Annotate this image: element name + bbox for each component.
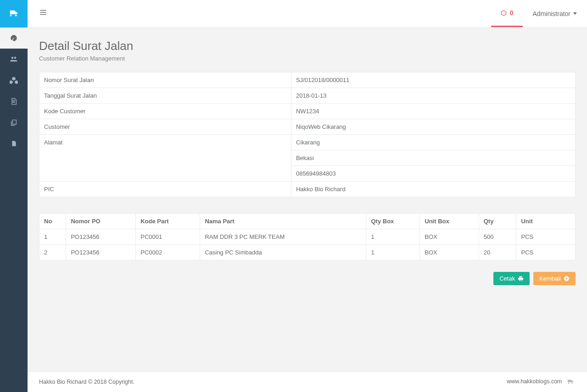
- detail-label: Alamat: [39, 135, 291, 182]
- cell-nama_part: RAM DDR 3 PC MERK TEAM: [200, 229, 366, 245]
- detail-value: 2018-01-13: [291, 88, 575, 104]
- cell-kode_part: PC0002: [136, 245, 200, 260]
- col-kode-part: Kode Part: [136, 214, 200, 229]
- sidebar-item-file[interactable]: [0, 133, 28, 154]
- detail-row-pic: PIC Hakko Bio Richard: [39, 182, 576, 197]
- bars-icon: [39, 8, 47, 17]
- sidebar: [0, 0, 28, 392]
- items-header-row: No Nomor PO Kode Part Nama Part Qty Box …: [39, 214, 576, 229]
- cell-unit: PCS: [516, 245, 576, 260]
- kembali-label: Kembali: [539, 275, 561, 282]
- footer-site-label: www.hakkoblogs.com: [507, 378, 562, 385]
- topbar-admin-dropdown[interactable]: Administrator: [523, 0, 587, 27]
- cell-qty_box: 1: [366, 229, 420, 245]
- detail-value: NiqoWeb Cikarang: [291, 119, 575, 135]
- col-no: No: [39, 214, 66, 229]
- cell-kode_part: PC0001: [136, 229, 200, 245]
- cell-unit_box: BOX: [420, 245, 479, 260]
- cubes-icon: [10, 76, 18, 84]
- col-nomor-po: Nomor PO: [66, 214, 136, 229]
- detail-label: Nomor Surat Jalan: [39, 72, 291, 88]
- detail-value: Cikarang: [291, 135, 575, 150]
- cell-nomor_po: PO123456: [66, 229, 136, 245]
- detail-row-nomor: Nomor Surat Jalan SJ/012018/0000011: [39, 72, 576, 88]
- detail-value: SJ/012018/0000011: [291, 72, 575, 88]
- detail-value: Hakko Bio Richard: [291, 182, 575, 197]
- items-table: No Nomor PO Kode Part Nama Part Qty Box …: [39, 213, 576, 260]
- copy-icon: [10, 119, 17, 126]
- gauge-icon: [10, 34, 18, 42]
- cube-icon: [500, 10, 507, 17]
- truck-icon: [565, 378, 576, 386]
- sidebar-item-packages[interactable]: [0, 70, 28, 91]
- cell-qty: 20: [479, 245, 516, 260]
- file-text-icon: [10, 98, 17, 105]
- col-unit: Unit: [516, 214, 576, 229]
- detail-label: Kode Customer: [39, 104, 291, 119]
- detail-label: Tanggal Surat Jalan: [39, 88, 291, 104]
- detail-row-kode-customer: Kode Customer NW1234: [39, 104, 576, 119]
- admin-label: Administrator: [533, 10, 570, 17]
- topbar: 0 Administrator: [28, 0, 587, 28]
- cell-nomor_po: PO123456: [66, 245, 136, 260]
- footer-copyright: Hakko Bio Richard © 2018 Copyright.: [39, 379, 134, 385]
- cetak-button[interactable]: Cetak: [493, 272, 530, 285]
- sidebar-item-copy[interactable]: [0, 112, 28, 133]
- cell-unit: PCS: [516, 229, 576, 245]
- col-unit-box: Unit Box: [420, 214, 479, 229]
- box-count-value: 0: [510, 9, 514, 17]
- truck-icon: [9, 9, 19, 19]
- kembali-button[interactable]: Kembali: [533, 272, 576, 285]
- footer-site[interactable]: www.hakkoblogs.com: [507, 378, 576, 386]
- cell-nama_part: Casing PC Simbadda: [200, 245, 366, 260]
- table-row: 2PO123456PC0002Casing PC Simbadda1BOX20P…: [39, 245, 576, 260]
- sidebar-logo[interactable]: [0, 0, 28, 28]
- caret-down-icon: [573, 12, 577, 15]
- detail-value: Bekasi: [291, 150, 575, 166]
- topbar-box-count[interactable]: 0: [491, 0, 523, 27]
- col-qty: Qty: [479, 214, 516, 229]
- menu-toggle-button[interactable]: [39, 8, 47, 19]
- file-icon: [11, 140, 17, 147]
- cell-qty: 500: [479, 229, 516, 245]
- sidebar-item-dashboard[interactable]: [0, 28, 28, 49]
- cell-no: 1: [39, 229, 66, 245]
- detail-row-alamat: Alamat Cikarang: [39, 135, 576, 150]
- sidebar-item-users[interactable]: [0, 49, 28, 70]
- col-qty-box: Qty Box: [366, 214, 420, 229]
- users-icon: [10, 55, 18, 63]
- arrow-right-circle-icon: [564, 276, 570, 282]
- content: Detail Surat Jalan Customer Relation Man…: [28, 28, 587, 371]
- detail-value: 085694984803: [291, 166, 575, 182]
- cell-no: 2: [39, 245, 66, 260]
- sidebar-item-document[interactable]: [0, 91, 28, 112]
- detail-label: PIC: [39, 182, 291, 197]
- footer: Hakko Bio Richard © 2018 Copyright. www.…: [28, 371, 587, 392]
- detail-label: Customer: [39, 119, 291, 135]
- action-buttons: Cetak Kembali: [39, 272, 576, 285]
- detail-value: NW1234: [291, 104, 575, 119]
- detail-row-tanggal: Tanggal Surat Jalan 2018-01-13: [39, 88, 576, 104]
- detail-row-customer: Customer NiqoWeb Cikarang: [39, 119, 576, 135]
- page-title: Detail Surat Jalan: [39, 39, 576, 53]
- col-nama-part: Nama Part: [200, 214, 366, 229]
- cell-unit_box: BOX: [420, 229, 479, 245]
- print-icon: [518, 276, 524, 282]
- cetak-label: Cetak: [499, 275, 515, 282]
- table-row: 1PO123456PC0001RAM DDR 3 PC MERK TEAM1BO…: [39, 229, 576, 245]
- page-subtitle: Customer Relation Management: [39, 55, 576, 62]
- cell-qty_box: 1: [366, 245, 420, 260]
- detail-table: Nomor Surat Jalan SJ/012018/0000011 Tang…: [39, 72, 576, 197]
